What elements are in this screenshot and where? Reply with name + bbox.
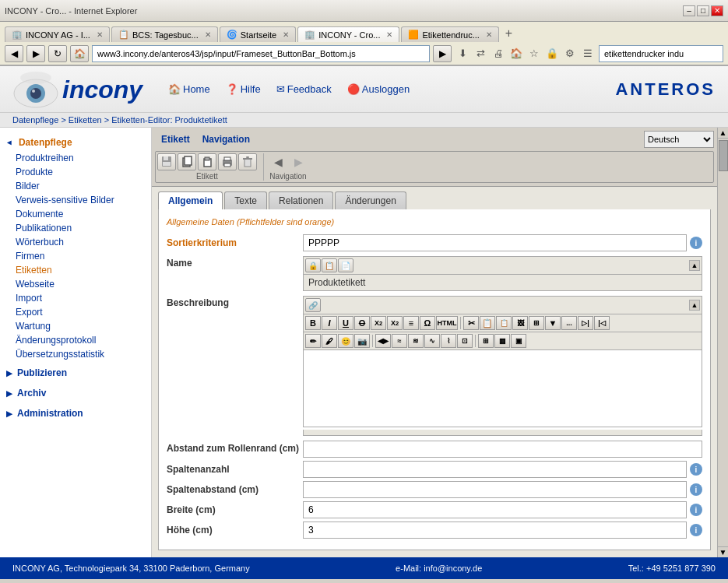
sidebar-item-webseite[interactable]: Webseite: [0, 277, 151, 291]
paste-button[interactable]: [198, 153, 216, 170]
highlight-button[interactable]: 🖌: [322, 334, 337, 348]
emoticon-button[interactable]: 😊: [338, 334, 353, 348]
tab-close-3[interactable]: ✕: [386, 30, 392, 39]
nav-back-button[interactable]: ◀: [269, 153, 287, 170]
sidebar-administration-toggle[interactable]: ▶ Administration: [0, 405, 151, 422]
scroll-up-button[interactable]: ▲: [718, 128, 729, 139]
save-button[interactable]: [157, 153, 176, 170]
tab-3[interactable]: 🏢 INCONY - Cro... ✕: [297, 26, 399, 42]
sidebar-item-produkte[interactable]: Produkte: [0, 165, 151, 179]
home-nav-button[interactable]: 🏠: [70, 45, 89, 62]
tab-close-4[interactable]: ✕: [486, 30, 492, 39]
html-button[interactable]: HTML: [436, 316, 458, 330]
delete-button[interactable]: [238, 153, 257, 170]
favorites-icon[interactable]: ☆: [526, 46, 542, 61]
sidebar-item-firmen[interactable]: Firmen: [0, 249, 151, 263]
cut-button[interactable]: ✂: [463, 316, 479, 330]
sidebar-item-uebersetzungsstatistik[interactable]: Übersetzungsstatistik: [0, 347, 151, 361]
nav-hilfe[interactable]: ❓ Hilfe: [226, 83, 261, 95]
align-btn-1[interactable]: ◀▶: [375, 334, 391, 348]
tab-aenderungen[interactable]: Änderungen: [335, 191, 406, 209]
tab-relationen[interactable]: Relationen: [269, 191, 333, 209]
settings-icon[interactable]: ⚙: [562, 46, 578, 61]
sidebar-item-bilder[interactable]: Bilder: [0, 179, 151, 193]
maximize-button[interactable]: □: [697, 5, 709, 16]
align-btn-3[interactable]: ≋: [408, 334, 424, 348]
print-button[interactable]: [218, 153, 237, 170]
nav-ausloggen[interactable]: 🔴 Ausloggen: [347, 83, 410, 95]
tab-close-1[interactable]: ✕: [205, 30, 211, 39]
nav-forward-button[interactable]: ▶: [289, 153, 308, 170]
sidebar-publizieren-toggle[interactable]: ▶ Publizieren: [0, 364, 151, 381]
print-icon[interactable]: 🖨: [491, 46, 506, 61]
nav-home[interactable]: 🏠 Home: [168, 83, 210, 95]
subscript-button[interactable]: X2: [387, 316, 403, 330]
align-btn-6[interactable]: ⊡: [457, 334, 473, 348]
name-btn-2[interactable]: 📋: [322, 258, 337, 272]
nav-feedback[interactable]: ✉ Feedback: [276, 83, 332, 95]
superscript-button[interactable]: X2: [371, 316, 386, 330]
copy-button[interactable]: [178, 153, 196, 170]
close-button[interactable]: ✕: [711, 5, 723, 16]
minimize-button[interactable]: –: [683, 5, 695, 16]
new-tab-button[interactable]: +: [501, 25, 517, 42]
more-button[interactable]: ▼: [545, 316, 561, 330]
table-button[interactable]: ⊞: [529, 316, 544, 330]
align-btn-5[interactable]: ⌇: [441, 334, 456, 348]
breite-input[interactable]: [303, 501, 687, 518]
tab-4[interactable]: 🟧 Etikettendruc... ✕: [401, 26, 498, 42]
sidebar-item-woerterbuch[interactable]: Wörterbuch: [0, 235, 151, 249]
tab-2[interactable]: 🌀 Startseite ✕: [220, 26, 296, 42]
pencil-button[interactable]: ✏: [305, 334, 321, 348]
table-btn-1[interactable]: ⊞: [478, 334, 494, 348]
go-button[interactable]: ▶: [433, 45, 452, 62]
strike-button[interactable]: O: [354, 316, 370, 330]
sidebar-datenpflege-toggle[interactable]: ▼ Datenpflege: [0, 134, 151, 151]
sidebar-archiv-toggle[interactable]: ▶ Archiv: [0, 385, 151, 402]
sortierkriterium-input[interactable]: [303, 234, 687, 251]
sidebar-item-produktreihen[interactable]: Produktreihen: [0, 151, 151, 165]
table-btn-3[interactable]: ▣: [511, 334, 526, 348]
name-up-arrow[interactable]: ▲: [689, 260, 700, 271]
sidebar-item-verweis[interactable]: Verweis-sensitive Bilder: [0, 193, 151, 207]
download-icon[interactable]: ⬇: [455, 46, 470, 61]
sidebar-item-etiketten[interactable]: Etiketten: [0, 263, 151, 277]
refresh-button[interactable]: ↻: [48, 45, 67, 62]
address-icon[interactable]: 🏠: [508, 46, 524, 61]
bold-button[interactable]: B: [305, 316, 321, 330]
sidebar-item-export[interactable]: Export: [0, 305, 151, 319]
tab-1[interactable]: 📋 BCS: Tagesbuc... ✕: [111, 26, 218, 42]
format-btn-3[interactable]: |◁: [594, 316, 610, 330]
symbol-button[interactable]: Ω: [420, 316, 435, 330]
tab-close-2[interactable]: ✕: [283, 30, 289, 39]
align-btn-4[interactable]: ∿: [424, 334, 440, 348]
toolbar-tab-navigation[interactable]: Navigation: [196, 132, 256, 146]
spaltenanzahl-input[interactable]: [303, 461, 687, 478]
copy-editor-button[interactable]: 📋: [480, 316, 495, 330]
sidebar-item-dokumente[interactable]: Dokumente: [0, 207, 151, 221]
format-btn-1[interactable]: ...: [561, 316, 577, 330]
spaltenabstand-input[interactable]: [303, 481, 687, 498]
beschreibung-textarea[interactable]: [303, 349, 702, 427]
back-button[interactable]: ◀: [5, 45, 23, 62]
menu-icon[interactable]: ☰: [580, 46, 596, 61]
toolbar-tab-etikett[interactable]: Etikett: [155, 132, 196, 146]
name-btn-3[interactable]: 📄: [338, 258, 353, 272]
ul-button[interactable]: ≡: [403, 316, 419, 330]
underline-button[interactable]: U: [338, 316, 353, 330]
tab-allgemein[interactable]: Allgemein: [158, 191, 223, 209]
save-icon[interactable]: 🔒: [544, 46, 560, 61]
desc-up-arrow[interactable]: ▲: [689, 300, 700, 311]
sidebar-item-aenderungsprotokoll[interactable]: Änderungsprotokoll: [0, 333, 151, 347]
sidebar-item-wartung[interactable]: Wartung: [0, 319, 151, 333]
desc-btn-insert[interactable]: 🔗: [305, 298, 321, 312]
name-btn-1[interactable]: 🔒: [305, 258, 321, 272]
align-btn-2[interactable]: ≈: [392, 334, 407, 348]
scroll-thumb[interactable]: [719, 140, 728, 171]
forward-button[interactable]: ▶: [26, 45, 45, 62]
media-button[interactable]: 📷: [354, 334, 370, 348]
tab-texte[interactable]: Texte: [224, 191, 267, 209]
tab-close-0[interactable]: ✕: [97, 30, 103, 39]
hoehe-input[interactable]: [303, 522, 687, 539]
format-btn-2[interactable]: ▷|: [578, 316, 593, 330]
